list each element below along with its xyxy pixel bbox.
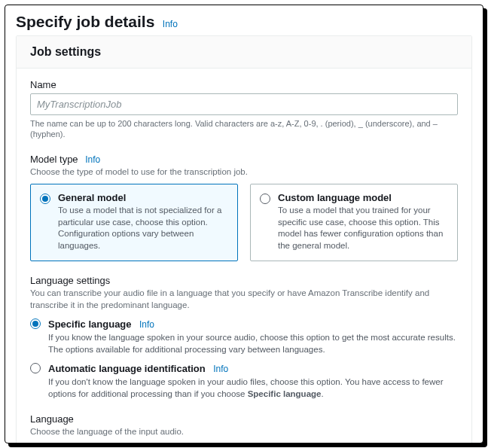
model-type-help: Choose the type of model to use for the …	[30, 166, 458, 178]
job-settings-panel: Job settings Name The name can be up to …	[16, 35, 472, 443]
panel-title: Job settings	[17, 36, 471, 69]
lang-specific-info-link[interactable]: Info	[139, 319, 154, 330]
name-help: The name can be up to 200 characters lon…	[30, 118, 458, 140]
lang-auto-info-link[interactable]: Info	[213, 364, 228, 374]
name-label: Name	[30, 79, 458, 90]
language-settings-help: You can transcribe your audio file in a …	[30, 288, 458, 311]
model-type-custom-tile[interactable]: Custom language model To use a model tha…	[250, 184, 458, 261]
model-type-general-tile[interactable]: General model To use a model that is not…	[30, 184, 238, 261]
radio-icon	[260, 194, 270, 204]
radio-icon	[30, 363, 41, 373]
tile-desc: To use a model that you trained for your…	[278, 205, 448, 251]
model-type-info-link[interactable]: Info	[85, 154, 100, 165]
page-header: Specify job details Info	[5, 5, 483, 35]
option-desc: If you don't know the language spoken in…	[48, 376, 458, 400]
language-settings-label: Language settings	[30, 275, 458, 286]
model-type-label: Model type Info	[30, 154, 458, 165]
radio-icon	[40, 194, 50, 204]
lang-auto-option[interactable]: Automatic language identification Info I…	[30, 361, 458, 400]
tile-title: General model	[58, 192, 228, 203]
lang-specific-option[interactable]: Specific language Info If you know the l…	[30, 317, 458, 355]
option-desc: If you know the language spoken in your …	[48, 332, 458, 355]
language-label: Language	[30, 413, 458, 425]
page-title: Specify job details	[16, 13, 154, 31]
name-input[interactable]	[30, 93, 458, 115]
page-info-link[interactable]: Info	[163, 19, 178, 29]
language-help: Choose the language of the input audio.	[30, 426, 458, 438]
radio-icon	[30, 318, 41, 329]
language-select[interactable]: English, US (en-US)	[30, 443, 458, 443]
tile-desc: To use a model that is not specialized f…	[58, 205, 228, 251]
tile-title: Custom language model	[278, 192, 448, 203]
option-title: Automatic language identification	[48, 363, 206, 374]
option-title: Specific language	[48, 318, 132, 330]
